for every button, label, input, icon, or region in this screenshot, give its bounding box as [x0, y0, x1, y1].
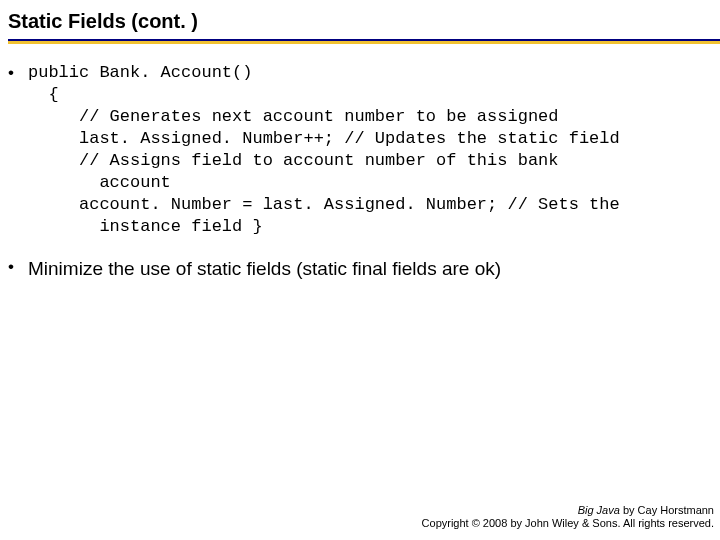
bullet-text: • Minimize the use of static fields (sta…	[8, 256, 712, 282]
code-line: public Bank. Account()	[28, 63, 252, 82]
code-line: {	[28, 85, 59, 104]
content-area: • public Bank. Account() { // Generates …	[0, 44, 720, 282]
code-line: // Generates next account number to be a…	[28, 107, 559, 126]
bullet-code: • public Bank. Account() { // Generates …	[8, 62, 712, 238]
footer-line1: Big Java by Cay Horstmann	[422, 504, 714, 517]
bullet-body: Minimize the use of static fields (stati…	[28, 256, 712, 282]
code-line: last. Assigned. Number++; // Updates the…	[28, 129, 620, 148]
slide: Static Fields (cont. ) • public Bank. Ac…	[0, 0, 720, 540]
code-block: public Bank. Account() { // Generates ne…	[28, 62, 712, 238]
bullet-dot: •	[8, 62, 28, 238]
title-bar: Static Fields (cont. )	[0, 0, 720, 44]
code-line: // Assigns field to account number of th…	[28, 151, 559, 170]
bullet-dot: •	[8, 256, 28, 282]
footer-author: by Cay Horstmann	[620, 504, 714, 516]
spacer	[8, 238, 712, 256]
slide-title: Static Fields (cont. )	[8, 10, 720, 37]
code-line: account	[28, 173, 171, 192]
footer-line2: Copyright © 2008 by John Wiley & Sons. A…	[422, 517, 714, 530]
code-line: account. Number = last. Assigned. Number…	[28, 195, 620, 214]
footer: Big Java by Cay Horstmann Copyright © 20…	[422, 504, 714, 530]
code-line: instance field }	[28, 217, 263, 236]
footer-book-title: Big Java	[578, 504, 620, 516]
